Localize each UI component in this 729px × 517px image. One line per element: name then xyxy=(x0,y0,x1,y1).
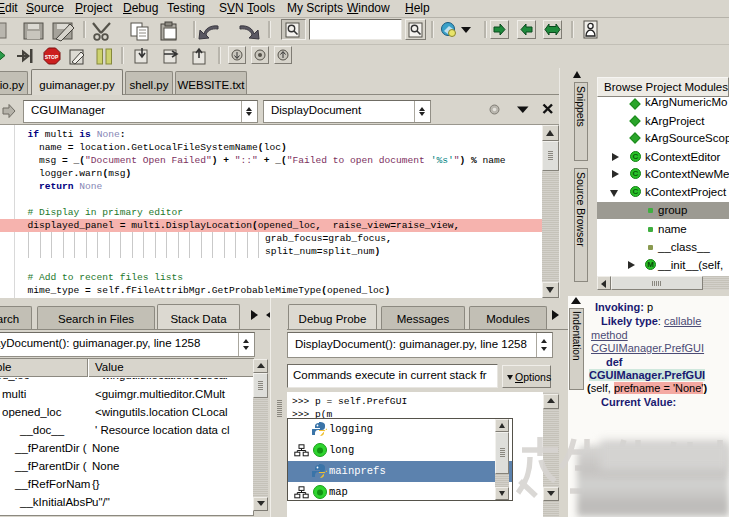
svg-text:STOP: STOP xyxy=(45,54,59,60)
